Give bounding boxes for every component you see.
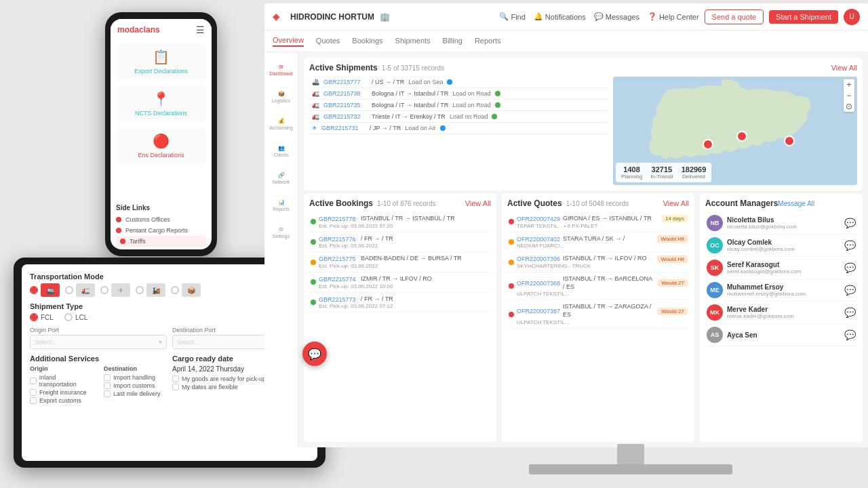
notifications-button[interactable]: 🔔 Notifications: [534, 12, 586, 21]
shipment-id-3[interactable]: GBR2215735: [323, 102, 368, 108]
phone-menu-ens[interactable]: 🔴 Ens Declarations: [116, 127, 206, 164]
sidebar-network[interactable]: 🔗Network: [269, 166, 294, 190]
manager-info-5: Merve Kader merve.kader@gokbora.com: [727, 306, 840, 319]
ready-pickup-label: My goods are ready for pick-up: [182, 375, 266, 382]
sidebar-dashboard[interactable]: ⊞Dashboard: [269, 58, 294, 82]
zoom-out-button[interactable]: −: [844, 90, 854, 101]
mode-air-radio[interactable]: [100, 286, 108, 294]
mode-rail-radio[interactable]: [136, 286, 144, 294]
manager-msg-1[interactable]: 💬: [844, 218, 856, 228]
tab-quotes[interactable]: Quotes: [316, 37, 340, 46]
phone-link-tariffs[interactable]: Tariffs: [116, 236, 206, 247]
sidebar-settings[interactable]: ⚙Settings: [269, 220, 294, 245]
manager-msg-4[interactable]: 💬: [844, 285, 856, 296]
quote-row-5: OFR220007387 ISTANBUL / TR → ZARAGOZA / …: [507, 300, 689, 328]
phone-menu-export[interactable]: 📋 Export Declarations: [116, 43, 206, 80]
manager-msg-2[interactable]: 💬: [844, 240, 856, 251]
quotes-view-all[interactable]: View All: [663, 199, 689, 207]
zoom-in-button[interactable]: +: [844, 79, 854, 90]
zoom-reset-button[interactable]: ⊙: [844, 101, 854, 112]
quote-id-3[interactable]: OFR220007396: [517, 256, 560, 262]
mode-air[interactable]: ✈: [100, 283, 130, 297]
mode-ftl[interactable]: 📦: [171, 283, 201, 297]
booking-id-1[interactable]: GBR2215778: [319, 216, 358, 222]
help-button[interactable]: ❓ Help Center: [648, 12, 699, 21]
quote-route-3: ISTANBUL / TR → ILFOV / RO: [563, 255, 654, 263]
bookings-view-all[interactable]: View All: [465, 199, 491, 207]
sidebar-accounting[interactable]: 💰Accounting: [269, 112, 294, 136]
last-mile-check[interactable]: Last mile delivery: [104, 390, 167, 397]
managers-header: Account Managers Message All: [705, 199, 857, 208]
tab-billing[interactable]: Billing: [443, 37, 462, 46]
start-shipment-button[interactable]: Start a Shipment: [769, 10, 838, 24]
lcl-radio[interactable]: [64, 313, 73, 321]
quote-id-4[interactable]: OFR220007368: [517, 280, 560, 287]
sidebar-clients[interactable]: 👥Clients: [269, 139, 294, 163]
main-layout: ⊞Dashboard 📦Logistics 💰Accounting 👥Clien…: [264, 52, 868, 447]
booking-id-2[interactable]: GBR2215776: [319, 236, 358, 243]
shipment-id-2[interactable]: GBR2215738: [323, 90, 368, 97]
origin-port-input[interactable]: Select... ▾: [30, 335, 167, 349]
tab-overview[interactable]: Overview: [273, 36, 304, 47]
message-all-button[interactable]: Message All: [778, 200, 814, 207]
user-avatar[interactable]: U: [844, 9, 860, 25]
inland-checkbox[interactable]: [30, 378, 37, 384]
booking-id-3[interactable]: GBR2215775: [319, 256, 358, 262]
export-customs-check[interactable]: Export customs: [30, 397, 93, 404]
ready-pickup-checkbox[interactable]: [172, 375, 179, 382]
mode-sea-radio[interactable]: [30, 286, 38, 294]
quote-id-1[interactable]: OFR220007429: [517, 216, 560, 222]
phone-link-pentant[interactable]: Pentant Cargo Reports: [116, 225, 206, 236]
import-customs-check[interactable]: Import customs: [104, 382, 167, 389]
booking-route-2: / FR → / TR: [361, 235, 490, 243]
import-customs-checkbox[interactable]: [104, 382, 111, 389]
tab-reports[interactable]: Reports: [475, 37, 501, 46]
shipment-route-3: Bologna / IT → Istanbul / TR: [372, 102, 448, 108]
find-button[interactable]: 🔍 Find: [499, 12, 525, 21]
mode-sea[interactable]: 🚢: [30, 283, 60, 297]
shipment-id-5[interactable]: GBR2215731: [321, 125, 366, 131]
shipments-view-all[interactable]: View All: [831, 64, 857, 72]
tab-bookings[interactable]: Bookings: [352, 37, 382, 46]
manager-msg-5[interactable]: 💬: [844, 307, 856, 318]
shipment-id-4[interactable]: GBR2215732: [323, 113, 368, 120]
import-handling-label: Import handling: [113, 374, 155, 381]
phone-link-customs[interactable]: Customs Offices: [116, 214, 206, 225]
manager-msg-6[interactable]: 💬: [844, 329, 856, 340]
origin-services-col: Origin Inland transportation Freight ins…: [30, 365, 93, 405]
mode-road[interactable]: 🚛: [65, 283, 95, 297]
booking-route-5: / FR → / TR: [361, 296, 490, 304]
phone-header: modaclans ☰: [111, 19, 212, 38]
shipment-dot-1: [447, 79, 452, 85]
freight-checkbox[interactable]: [30, 389, 37, 396]
last-mile-checkbox[interactable]: [104, 390, 111, 397]
inland-transport-check[interactable]: Inland transportation: [30, 374, 93, 388]
type-fcl[interactable]: FCL: [30, 313, 54, 321]
chat-fab-button[interactable]: 💬: [302, 342, 327, 366]
mode-rail[interactable]: 🚂: [136, 283, 165, 297]
quote-id-5[interactable]: OFR220007387: [517, 308, 560, 314]
tab-shipments[interactable]: Shipments: [395, 37, 431, 46]
type-lcl[interactable]: LCL: [64, 313, 87, 321]
mode-ftl-radio[interactable]: [171, 286, 179, 294]
import-handling-check[interactable]: Import handling: [104, 374, 167, 381]
send-quote-button[interactable]: Send a quote: [705, 9, 764, 24]
manager-msg-3[interactable]: 💬: [844, 262, 856, 273]
freight-insurance-check[interactable]: Freight insurance: [30, 389, 93, 396]
shipment-id-1[interactable]: GBR2215777: [323, 79, 368, 85]
messages-button[interactable]: 💬 Messages: [594, 12, 639, 21]
sidebar-reports[interactable]: 📊Reports: [269, 193, 294, 218]
flexible-dates-checkbox[interactable]: [172, 384, 179, 390]
transit-value: 32715: [650, 165, 673, 174]
mode-road-radio[interactable]: [65, 286, 73, 294]
booking-id-4[interactable]: GBR2215774: [319, 276, 358, 283]
import-handling-checkbox[interactable]: [104, 374, 111, 381]
bookings-list: GBR2215778 ISTANBUL / TR → ISTANBUL / TR…: [309, 212, 491, 312]
export-checkbox[interactable]: [30, 397, 37, 404]
phone-menu-ncts[interactable]: 📍 NCTS Declarations: [116, 85, 206, 122]
quote-id-2[interactable]: OFR220007402: [517, 236, 560, 243]
additional-services-section: Additional Services Origin Inland transp…: [30, 354, 167, 405]
fcl-radio[interactable]: [30, 313, 38, 321]
sidebar-logistics[interactable]: 📦Logistics: [269, 85, 294, 109]
booking-id-5[interactable]: GBR2215773: [319, 296, 358, 303]
